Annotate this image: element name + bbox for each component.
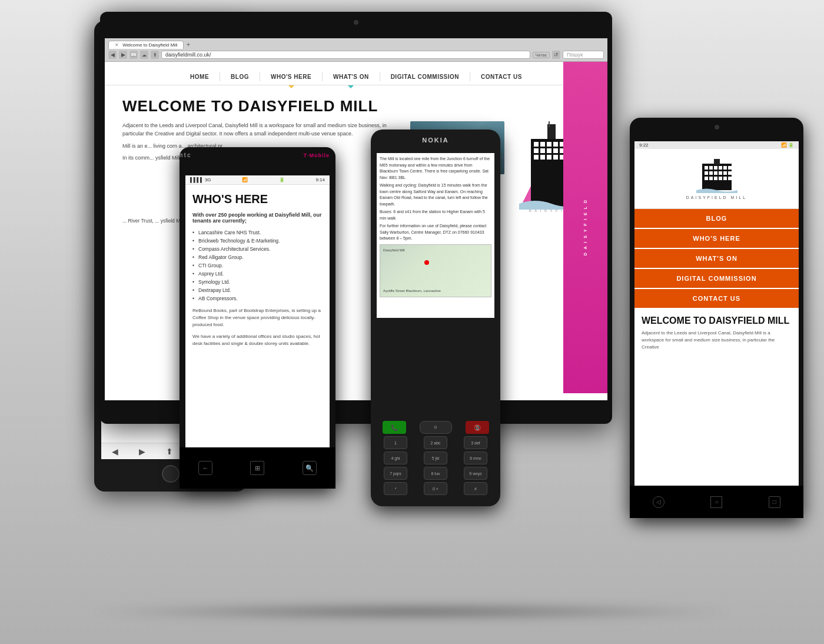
svg-rect-22 <box>549 121 550 127</box>
tablet-back-icon[interactable]: ◀ <box>112 447 118 456</box>
tablet-home-button[interactable] <box>162 465 180 483</box>
svg-rect-30 <box>705 171 708 175</box>
browser-toolbar: ◀ ▶ 📖 ☁ ⬆ daisyfieldmill.co.uk/ Читає ↺ … <box>108 51 604 59</box>
wp-back-button[interactable]: ← <box>198 461 212 475</box>
nokia-text-4: For further information on use of Daisyf… <box>380 223 491 242</box>
nav-whos-here[interactable]: WHO'S HERE <box>260 69 322 85</box>
nokia-key-row-4: 7 pqrs 8 tuv 9 wxyz <box>376 467 496 480</box>
android-site-header: DAISYFIELD MILL <box>634 149 799 209</box>
wp-tenant-0: Lancashire Care NHS Trust. <box>192 228 323 237</box>
wp-tenant-3: Red Alligator Group. <box>192 253 323 261</box>
nokia-map-pin <box>424 260 429 265</box>
nokia-key-9[interactable]: 9 wxyz <box>464 467 487 480</box>
nav-contact-label: CONTACT US <box>481 74 522 80</box>
svg-rect-10 <box>540 148 545 153</box>
browser-tab-bar: ✕ Welcome to Daisyfield Mill + <box>108 41 604 49</box>
nav-blog[interactable]: BLOG <box>220 69 260 85</box>
android-home-button[interactable]: ○ <box>710 496 722 508</box>
wp-battery-icon: 🔋 <box>279 177 285 182</box>
nokia-text-3: Buses: 6 and x41 from the station to Hig… <box>380 209 491 221</box>
android-welcome-title: WELCOME TO DAISYFIELD MILL <box>642 315 792 326</box>
nav-home[interactable]: HOME <box>180 69 220 85</box>
nokia-phone-device: NOKIA The Mill is located one mile from … <box>371 130 500 506</box>
browser-forward-button[interactable]: ▶ <box>119 51 127 59</box>
nokia-call-button[interactable]: 📞 <box>383 421 406 434</box>
nokia-map: Daisyfield Mill Aycliffe Street Blackbur… <box>380 244 491 297</box>
wp-wifi-icon: 📶 <box>242 177 248 182</box>
android-back-button[interactable]: ◁ <box>653 496 664 508</box>
wp-windows-button[interactable]: ⊞ <box>250 461 264 475</box>
nokia-key-8[interactable]: 8 tuv <box>424 467 447 480</box>
android-menu-whos-here[interactable]: WHO'S HERE <box>634 229 799 248</box>
wp-content: WHO'S HERE With over 250 people working … <box>185 185 330 354</box>
nokia-keypad: 📞 ⊙ 📵 1 2 abc 3 def 4 ghi 5 jkl 6 mno 7 … <box>376 421 496 497</box>
svg-rect-26 <box>714 166 717 170</box>
nokia-key-5[interactable]: 5 jkl <box>424 452 447 464</box>
monitor-camera <box>354 20 358 25</box>
nokia-key-7[interactable]: 7 pqrs <box>384 467 407 480</box>
browser-reader-button[interactable]: Читає <box>533 52 550 58</box>
android-phone-device: 9:22 📶 🔋 <box>630 118 803 518</box>
nav-digital-label: DIGITAL COMMISSION <box>391 74 459 80</box>
tablet-share-icon[interactable]: ⬆ <box>166 447 173 456</box>
nokia-key-star[interactable]: * <box>384 482 407 495</box>
browser-tab-close-icon[interactable]: ✕ <box>115 42 119 48</box>
svg-rect-6 <box>553 142 558 147</box>
nokia-key-row-1: 📞 ⊙ 📵 <box>376 421 496 434</box>
svg-rect-34 <box>723 171 727 175</box>
browser-tab-label: Welcome to Daisyfield Mill <box>122 42 177 48</box>
nokia-key-hash[interactable]: # <box>464 482 487 495</box>
browser-back-button[interactable]: ◀ <box>108 51 117 59</box>
nokia-end-button[interactable]: 📵 <box>466 421 489 434</box>
monitor-device: ✕ Welcome to Daisyfield Mill + ◀ ▶ 📖 ☁ ⬆… <box>100 12 612 424</box>
browser-reload-button[interactable]: ↺ <box>552 51 560 59</box>
android-signal: 📶 🔋 <box>781 142 794 148</box>
nokia-key-1[interactable]: 1 <box>384 436 407 449</box>
browser-chrome: ✕ Welcome to Daisyfield Mill + ◀ ▶ 📖 ☁ ⬆… <box>105 38 607 62</box>
svg-rect-27 <box>719 166 722 170</box>
svg-rect-11 <box>547 148 551 153</box>
android-time: 9:22 <box>639 142 649 148</box>
nav-home-label: HOME <box>190 74 209 80</box>
nav-arrow-cyan <box>348 85 354 88</box>
browser-url-bar[interactable]: daisyfieldmill.co.uk/ <box>161 51 530 59</box>
wp-screen: ▌▌▌▌ 3G 📶 🔋 9:14 WHO'S HERE With over 25… <box>185 175 330 447</box>
nokia-brand-label: NOKIA <box>422 137 448 144</box>
android-menu-digital-commission[interactable]: DIGITAL COMMISSION <box>634 269 799 288</box>
nav-whos-here-label: WHO'S HERE <box>271 74 311 80</box>
android-menu-whats-on[interactable]: WHAT'S ON <box>634 249 799 268</box>
nokia-key-6[interactable]: 6 mno <box>464 452 487 464</box>
browser-icloud-button[interactable]: ☁ <box>140 51 148 59</box>
nav-contact[interactable]: CONTACT US <box>470 69 533 85</box>
browser-search-input[interactable]: Пошук <box>563 51 604 59</box>
browser-share-button[interactable]: ⬆ <box>151 51 159 59</box>
nokia-map-label: Daisyfield Mill <box>383 248 405 253</box>
nav-whats-on[interactable]: WHAT'S ON <box>323 69 380 85</box>
htc-logo: htc <box>180 152 192 158</box>
nokia-key-0[interactable]: 0 + <box>424 482 447 495</box>
nokia-nav-key[interactable]: ⊙ <box>420 421 452 434</box>
nokia-key-row-3: 4 ghi 5 jkl 6 mno <box>376 452 496 464</box>
nav-whats-on-label: WHAT'S ON <box>333 74 369 80</box>
brand-vertical-text: D A I S Y F I E L D <box>583 199 587 255</box>
nokia-key-3[interactable]: 3 def <box>464 436 487 449</box>
browser-bookmarks-button[interactable]: 📖 <box>129 51 138 59</box>
android-logo-text: DAISYFIELD MILL <box>686 195 747 200</box>
wp-para-1: ReBound Books, part of Bootstrap Enterpr… <box>192 307 323 328</box>
nokia-text-1: The Mill is located one mile from the Ju… <box>380 156 491 181</box>
android-menu-blog[interactable]: BLOG <box>634 209 799 228</box>
browser-new-tab-button[interactable]: + <box>186 41 190 49</box>
wp-search-button[interactable]: 🔍 <box>303 461 317 475</box>
android-menu-contact-us[interactable]: CONTACT US <box>634 289 799 308</box>
nokia-key-4[interactable]: 4 ghi <box>384 452 407 464</box>
nokia-key-2[interactable]: 2 abc <box>424 436 447 449</box>
browser-tab-active[interactable]: ✕ Welcome to Daisyfield Mill <box>108 41 184 49</box>
wp-subtitle: With over 250 people working at Daisyfie… <box>192 212 323 224</box>
nokia-screen: The Mill is located one mile from the Ju… <box>377 153 494 318</box>
nav-digital[interactable]: DIGITAL COMMISSION <box>380 69 470 85</box>
wp-para-2: We have a variety of additional offices … <box>192 333 323 347</box>
android-menu-button[interactable]: □ <box>769 496 780 508</box>
android-menu: BLOG WHO'S HERE WHAT'S ON DIGITAL COMMIS… <box>634 209 799 308</box>
tablet-forward-icon[interactable]: ▶ <box>139 447 145 456</box>
website-nav: HOME BLOG WHO'S HERE WHAT'S ON <box>105 62 607 85</box>
